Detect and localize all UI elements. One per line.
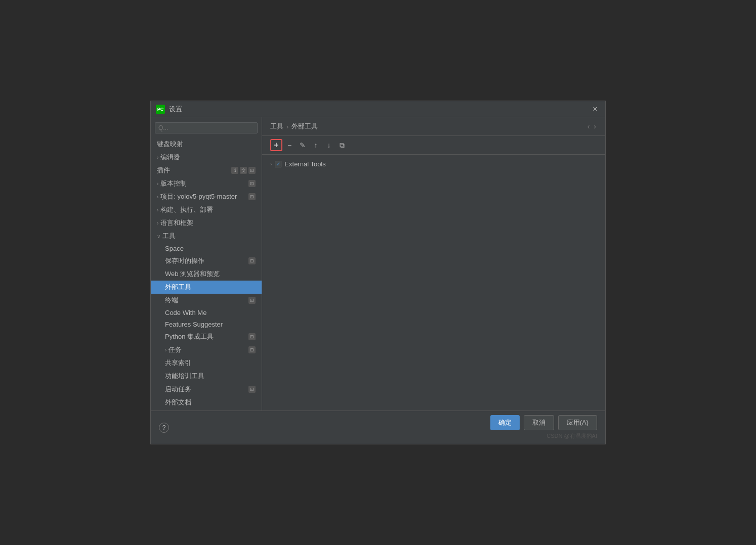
toolbar: + − ✎ ↑ ↓ ⧉ [262, 136, 605, 155]
external-badge-icon: ⊡ [248, 386, 256, 393]
sidebar-item-lang[interactable]: › 语言和框架 [151, 216, 262, 230]
sidebar-item-label: 键盘映射 [157, 140, 183, 149]
back-arrow-button[interactable]: ‹ [586, 121, 591, 131]
footer-credit: CSDN @有温度的AI [547, 432, 597, 440]
sidebar-subitem-external-docs[interactable]: 外部文档 [151, 396, 262, 409]
edit-tool-button[interactable]: ✎ [297, 139, 309, 151]
sidebar-subitem-external-tools[interactable]: 外部工具 [151, 281, 262, 294]
copy-tool-button[interactable]: ⧉ [336, 139, 348, 151]
sidebar-item-project[interactable]: › 项目: yolov5-pyqt5-master ⊡ [151, 190, 262, 203]
forward-arrow-button[interactable]: › [593, 121, 597, 131]
sidebar-item-label: Code With Me [165, 309, 206, 316]
dialog-title: 设置 [169, 105, 182, 114]
sidebar-subitem-tasks[interactable]: › 任务 ⊡ [151, 343, 262, 356]
sidebar-item-label: 功能培训工具 [165, 372, 204, 381]
search-input[interactable] [155, 122, 258, 133]
breadcrumb-separator: › [286, 123, 288, 130]
chevron-right-icon: › [157, 155, 158, 160]
sidebar-item-label: Python 集成工具 [165, 332, 214, 341]
footer-buttons: 确定 取消 应用(A) [490, 415, 597, 430]
move-down-button[interactable]: ↓ [323, 139, 335, 151]
sidebar-item-label: 构建、执行、部署 [160, 205, 213, 214]
breadcrumb-bar: 工具 › 外部工具 ‹ › [262, 117, 605, 136]
dialog-footer: ? 确定 取消 应用(A) CSDN @有温度的AI [151, 411, 605, 444]
apply-button[interactable]: 应用(A) [558, 415, 597, 430]
sidebar: 键盘映射 › 编辑器 插件 ℹ 文 ⊡ [151, 117, 262, 411]
sidebar-item-label: 插件 [157, 166, 170, 175]
sidebar-item-label: 外部工具 [165, 283, 191, 292]
breadcrumb-parent: 工具 [270, 122, 283, 131]
sidebar-subitem-terminal[interactable]: 终端 ⊡ [151, 294, 262, 307]
sidebar-item-label: 外部文档 [165, 398, 191, 407]
sidebar-item-label: 终端 [165, 296, 178, 305]
pycharm-icon: PC [156, 105, 165, 114]
chevron-right-icon: › [157, 207, 158, 213]
breadcrumb: 工具 › 外部工具 [270, 122, 318, 131]
sidebar-item-label: 工具 [162, 232, 176, 241]
sidebar-item-label: 项目: yolov5-pyqt5-master [160, 192, 237, 201]
title-bar: PC 设置 × [151, 101, 605, 117]
chevron-right-icon: › [157, 194, 158, 200]
tree-item-external-tools[interactable]: › External Tools [270, 159, 597, 169]
ok-button[interactable]: 确定 [490, 415, 520, 430]
external-badge-icon: ⊡ [248, 180, 256, 187]
external-badge-icon: ⊡ [248, 167, 256, 174]
chevron-right-icon: › [157, 220, 158, 226]
chevron-right-icon: › [165, 347, 166, 353]
external-badge-icon: ⊡ [248, 346, 256, 353]
sidebar-item-plugins[interactable]: 插件 ℹ 文 ⊡ [151, 164, 262, 177]
sidebar-item-label: 保存时的操作 [165, 256, 204, 265]
chevron-right-icon: › [157, 181, 158, 187]
sidebar-subitem-training[interactable]: 功能培训工具 [151, 370, 262, 383]
nav-arrows: ‹ › [586, 121, 597, 131]
sidebar-subitem-startup-tasks[interactable]: 启动任务 ⊡ [151, 383, 262, 396]
chevron-down-icon: ∨ [157, 234, 160, 239]
tree-area: › External Tools [262, 155, 605, 411]
tree-item-label: External Tools [284, 160, 325, 168]
info-badge-icon: ℹ [231, 167, 238, 174]
settings-dialog: PC 设置 × 键盘映射 › 编辑器 [150, 101, 606, 444]
sidebar-item-label: Web 浏览器和预览 [165, 269, 220, 279]
sidebar-subitem-code-with-me[interactable]: Code With Me [151, 307, 262, 319]
sidebar-item-tools[interactable]: ∨ 工具 [151, 230, 262, 243]
sidebar-subitem-python-tools[interactable]: Python 集成工具 ⊡ [151, 330, 262, 343]
sidebar-item-label: 启动任务 [165, 385, 191, 394]
sidebar-item-label: 任务 [169, 345, 182, 354]
help-button[interactable]: ? [159, 423, 169, 433]
translate-badge-icon: 文 [240, 167, 247, 174]
title-bar-left: PC 设置 [156, 105, 182, 114]
sidebar-subitem-shared-index[interactable]: 共享索引 [151, 356, 262, 370]
tree-chevron-icon: › [270, 161, 272, 167]
move-up-button[interactable]: ↑ [310, 139, 322, 151]
content-area: 工具 › 外部工具 ‹ › + − ✎ ↑ ↓ ⧉ [262, 117, 605, 411]
close-button[interactable]: × [590, 104, 600, 114]
breadcrumb-current: 外部工具 [291, 122, 318, 131]
search-box [151, 120, 262, 135]
sidebar-item-label: Space [165, 245, 184, 252]
sidebar-item-editor[interactable]: › 编辑器 [151, 151, 262, 164]
external-badge-icon: ⊡ [248, 193, 256, 200]
sidebar-subitem-space[interactable]: Space [151, 243, 262, 254]
external-badge-icon: ⊡ [248, 297, 256, 304]
sidebar-item-label: 共享索引 [165, 358, 191, 368]
sidebar-subitem-features-suggester[interactable]: Features Suggester [151, 319, 262, 330]
sidebar-subitem-save-actions[interactable]: 保存时的操作 ⊡ [151, 254, 262, 267]
sidebar-item-label: 编辑器 [160, 153, 180, 162]
remove-tool-button[interactable]: − [283, 139, 296, 151]
external-badge-icon: ⊡ [248, 257, 256, 264]
footer-left: ? [159, 423, 169, 433]
sidebar-item-vcs[interactable]: › 版本控制 ⊡ [151, 177, 262, 190]
add-tool-button[interactable]: + [270, 139, 282, 151]
dialog-body: 键盘映射 › 编辑器 插件 ℹ 文 ⊡ [151, 117, 605, 411]
sidebar-item-build[interactable]: › 构建、执行、部署 [151, 203, 262, 216]
sidebar-item-label: 语言和框架 [160, 218, 193, 228]
sidebar-subitem-web-browser[interactable]: Web 浏览器和预览 [151, 267, 262, 281]
sidebar-item-keyboard[interactable]: 键盘映射 [151, 138, 262, 151]
sidebar-item-label: 版本控制 [160, 179, 187, 188]
sidebar-item-label: Features Suggester [165, 321, 223, 328]
cancel-button[interactable]: 取消 [524, 415, 554, 430]
external-tools-checkbox[interactable] [275, 161, 281, 167]
external-badge-icon: ⊡ [248, 333, 256, 340]
